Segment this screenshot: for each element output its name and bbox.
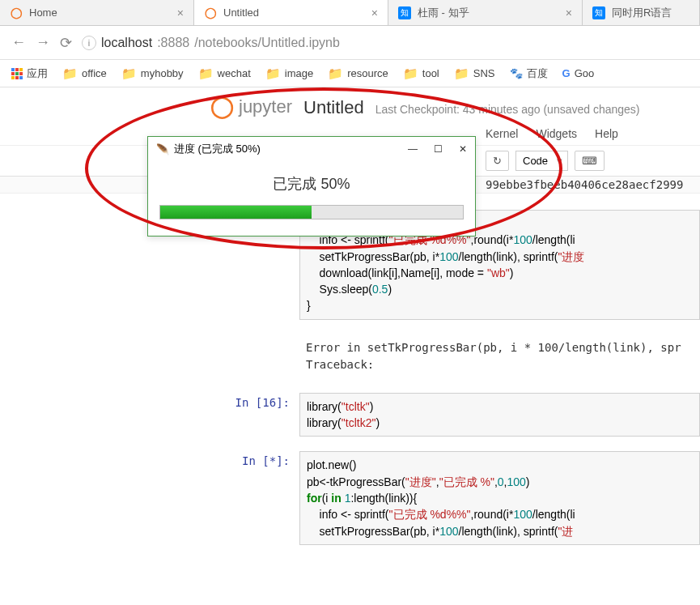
input-prompt: In [16]: (210, 393, 299, 437)
jupyter-icon: ◯ (210, 94, 234, 119)
forward-button[interactable]: → (36, 34, 50, 51)
folder-icon: 📁 (403, 66, 418, 81)
code-input[interactable]: plot.new() pb<-tkProgressBar("进度","已完成 %… (299, 451, 700, 544)
code-input[interactable]: library("tcltk") library("tcltk2") (299, 393, 700, 437)
folder-icon: 📁 (62, 66, 78, 81)
google-icon: G (562, 67, 571, 79)
tab-label: 杜雨 - 知乎 (418, 6, 469, 20)
tab-zhihu-2[interactable]: 知 同时用R语言 (583, 0, 700, 25)
bookmark-wechat[interactable]: 📁wechat (198, 66, 251, 81)
reload-button[interactable]: ⟳ (60, 34, 72, 52)
folder-icon: 📁 (328, 66, 343, 81)
jupyter-icon: ◯ (204, 6, 217, 19)
tab-home[interactable]: ◯ Home × (0, 0, 194, 25)
progress-bar (159, 205, 464, 219)
url-host: localhost (101, 36, 152, 50)
code-cell[interactable]: In [16]: library("tcltk") library("tcltk… (0, 393, 700, 437)
jupyter-icon: ◯ (10, 6, 23, 19)
folder-icon: 📁 (198, 66, 214, 81)
progress-dialog: 🪶 进度 (已完成 50%) — ☐ ✕ 已完成 50% (147, 136, 476, 236)
folder-icon: 📁 (265, 66, 281, 81)
output-prompt (210, 334, 299, 378)
command-palette-button[interactable]: ⌨ (575, 151, 605, 171)
url-field[interactable]: i localhost:8888/notebooks/Untitled.ipyn… (82, 36, 689, 50)
restart-kernel-button[interactable]: ↻ (486, 151, 509, 171)
feather-icon: 🪶 (156, 143, 169, 156)
url-port: :8888 (157, 36, 189, 50)
window-controls: — ☐ ✕ (408, 143, 467, 155)
bookmark-tool[interactable]: 📁tool (403, 66, 439, 81)
close-button[interactable]: ✕ (459, 143, 467, 155)
url-bar: ← → ⟳ i localhost:8888/notebooks/Untitle… (0, 26, 700, 60)
tab-label: Untitled (223, 6, 259, 19)
celltype-select[interactable]: Code (515, 151, 568, 171)
url-path: /notebooks/Untitled.ipynb (194, 36, 340, 50)
close-icon[interactable]: × (365, 6, 378, 19)
dialog-titlebar[interactable]: 🪶 进度 (已完成 50%) — ☐ ✕ (148, 137, 475, 161)
info-icon[interactable]: i (82, 36, 96, 50)
code-cell[interactable]: In [*]: plot.new() pb<-tkProgressBar("进度… (0, 451, 700, 544)
tab-label: 同时用R语言 (612, 6, 672, 20)
tab-zhihu-1[interactable]: 知 杜雨 - 知乎 × (388, 0, 583, 25)
apps-button[interactable]: 应用 (11, 66, 48, 81)
back-button[interactable]: ← (11, 34, 26, 51)
folder-icon: 📁 (454, 66, 469, 81)
input-prompt: In [*]: (210, 451, 299, 544)
menu-widgets[interactable]: Widgets (536, 127, 577, 140)
notebook-body: In [15]: for(i in 1:length(link)){ info … (0, 194, 700, 545)
checkpoint-text: Last Checkpoint: 43 minutes ago (unsaved… (375, 103, 640, 116)
zhihu-icon: 知 (398, 6, 411, 19)
maximize-button[interactable]: ☐ (434, 143, 443, 155)
browser-tab-strip: ◯ Home × ◯ Untitled × 知 杜雨 - 知乎 × 知 同时用R… (0, 0, 700, 26)
bookmark-sns[interactable]: 📁SNS (454, 66, 495, 81)
close-icon[interactable]: × (559, 6, 572, 19)
folder-icon: 📁 (121, 66, 137, 81)
tab-untitled[interactable]: ◯ Untitled × (194, 0, 388, 25)
zhihu-icon: 知 (592, 6, 605, 19)
dialog-title-text: 进度 (已完成 50%) (174, 142, 261, 156)
bookmark-image[interactable]: 📁image (265, 66, 313, 81)
jupyter-header: ◯ jupyter Untitled Last Checkpoint: 43 m… (0, 87, 700, 122)
apps-icon (11, 68, 23, 79)
bookmark-myhobby[interactable]: 📁myhobby (121, 66, 184, 81)
progress-message: 已完成 50% (159, 174, 464, 194)
menu-kernel[interactable]: Kernel (486, 127, 518, 140)
menu-help[interactable]: Help (595, 127, 618, 140)
output-cell: Error in setTkProgressBar(pb, i * 100/le… (0, 334, 700, 378)
baidu-icon: 🐾 (510, 67, 523, 79)
notebook-title[interactable]: Untitled (303, 97, 364, 118)
bookmark-google[interactable]: GGoo (562, 67, 595, 79)
close-icon[interactable]: × (171, 6, 184, 19)
progress-fill (160, 206, 312, 219)
tab-label: Home (29, 6, 57, 19)
bookmark-resource[interactable]: 📁resource (328, 66, 388, 81)
jupyter-logo[interactable]: ◯ jupyter (210, 94, 292, 119)
bookmark-baidu[interactable]: 🐾百度 (510, 66, 548, 81)
error-output: Error in setTkProgressBar(pb, i * 100/le… (299, 334, 700, 378)
bookmark-office[interactable]: 📁office (62, 66, 107, 81)
minimize-button[interactable]: — (408, 143, 418, 155)
bookmarks-bar: 应用 📁office 📁myhobby 📁wechat 📁image 📁reso… (0, 60, 700, 87)
